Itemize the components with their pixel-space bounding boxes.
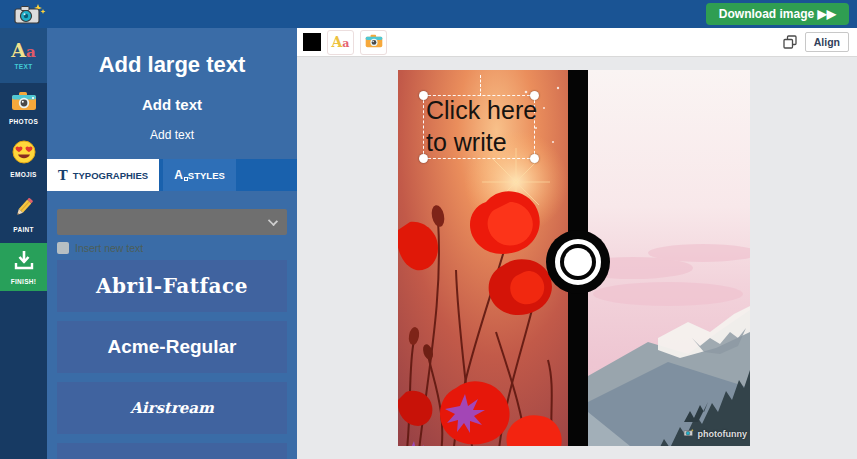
photo-tool-button[interactable] bbox=[360, 30, 387, 55]
font-item-partial[interactable] bbox=[57, 443, 287, 459]
app-logo-camera-icon[interactable] bbox=[12, 2, 46, 26]
tab-label: TYPOGRAPHIES bbox=[73, 170, 149, 181]
styled-a-icon: A bbox=[174, 168, 183, 182]
serif-t-icon: T bbox=[58, 168, 68, 183]
sidebar-item-label: PHOTOS bbox=[9, 118, 38, 125]
text-layer-selection[interactable]: Click here to write bbox=[423, 95, 535, 159]
main-layout: Aa TEXT PHOTOS bbox=[0, 28, 857, 459]
watermark-text: photofunny bbox=[698, 429, 747, 439]
color-swatch-black[interactable] bbox=[303, 33, 321, 51]
font-item-airstream[interactable]: Airstream bbox=[57, 382, 287, 434]
photo-editor-app: Download image ▶▶ Aa TEXT bbox=[0, 0, 857, 459]
text-tools-panel: Add large text Add text Add text T TYPOG… bbox=[47, 28, 297, 459]
artwork-image[interactable]: Click here to write bbox=[398, 70, 750, 446]
sidebar-item-paint[interactable]: PAINT bbox=[0, 185, 47, 243]
sidebar-item-label: FINISH! bbox=[11, 278, 37, 285]
canvas-area: Aa bbox=[297, 28, 857, 459]
pencil-icon bbox=[12, 195, 36, 223]
sidebar-item-label: TEXT bbox=[15, 63, 33, 70]
slider-handle-ring bbox=[555, 239, 601, 285]
sidebar-item-label: PAINT bbox=[13, 226, 34, 233]
watermark-camera-icon bbox=[683, 428, 695, 439]
insert-new-text-row: Insert new text bbox=[57, 242, 287, 254]
rotation-handle-line[interactable] bbox=[480, 75, 481, 96]
panel-tabbar: T TYPOGRAPHIES A STYLES bbox=[47, 159, 297, 191]
download-tray-icon bbox=[13, 249, 35, 275]
tab-styles[interactable]: A STYLES bbox=[163, 159, 236, 191]
text-tool-button[interactable]: Aa bbox=[327, 30, 354, 55]
editable-text[interactable]: Click here to write bbox=[426, 94, 537, 158]
download-image-button[interactable]: Download image ▶▶ bbox=[706, 3, 849, 25]
panel-title: Add large text bbox=[47, 52, 297, 78]
canvas-stage[interactable]: Click here to write bbox=[297, 57, 857, 459]
heart-eyes-icon bbox=[12, 140, 36, 168]
font-list: Abril-Fatface Acme-Regular Airstream bbox=[57, 260, 287, 459]
header-bar: Download image ▶▶ bbox=[0, 0, 857, 28]
camera-icon bbox=[11, 91, 37, 115]
watermark: photofunny bbox=[683, 428, 747, 439]
font-item-abril-fatface[interactable]: Abril-Fatface bbox=[57, 260, 287, 312]
before-after-slider-handle[interactable] bbox=[546, 230, 610, 294]
camera-icon bbox=[365, 34, 383, 51]
slider-handle-dot bbox=[564, 248, 592, 276]
font-item-acme-regular[interactable]: Acme-Regular bbox=[57, 321, 287, 373]
duplicate-layers-icon[interactable] bbox=[783, 35, 797, 49]
insert-new-text-label: Insert new text bbox=[75, 242, 143, 254]
artwork-right-mountain bbox=[588, 70, 750, 446]
sidebar-item-photos[interactable]: PHOTOS bbox=[0, 83, 47, 133]
text-aa-icon: Aa bbox=[11, 41, 35, 60]
sidebar-item-text[interactable]: Aa TEXT bbox=[0, 28, 47, 83]
sidebar-item-finish[interactable]: FINISH! bbox=[0, 243, 47, 291]
chevron-down-icon bbox=[268, 216, 278, 226]
sidebar-item-emojis[interactable]: EMOJIS bbox=[0, 133, 47, 185]
add-text-small-button[interactable]: Add text bbox=[47, 128, 297, 142]
text-aa-icon: Aa bbox=[331, 35, 349, 49]
tab-label: STYLES bbox=[188, 170, 225, 181]
tab-typographies[interactable]: T TYPOGRAPHIES bbox=[47, 159, 159, 191]
add-text-medium-button[interactable]: Add text bbox=[47, 96, 297, 113]
insert-new-text-checkbox[interactable] bbox=[57, 242, 69, 254]
font-dropdown[interactable] bbox=[57, 209, 287, 235]
tool-sidebar: Aa TEXT PHOTOS bbox=[0, 28, 47, 459]
align-button[interactable]: Align bbox=[805, 32, 849, 52]
canvas-toolbar: Aa bbox=[297, 28, 857, 57]
sidebar-item-label: EMOJIS bbox=[10, 171, 36, 178]
